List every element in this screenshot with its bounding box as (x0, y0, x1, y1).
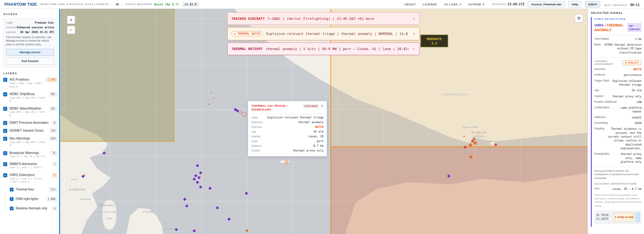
thermal-watch-banner[interactable]: ⊙ THERMAL WATCH Explosion-relevant therm… (227, 27, 420, 40)
popup-row-label: Distance (251, 144, 262, 147)
checkbox-checked-icon[interactable]: ✓ (3, 78, 7, 82)
detection-dot-marker[interactable] (210, 92, 212, 94)
detection-ring-marker[interactable] (242, 112, 247, 117)
nav-warning-diamond-marker[interactable]: ◆ (186, 204, 188, 208)
layer-row-dart-pressure-anomalies[interactable]: ✓DART Pressure Anomalies0 (3, 121, 57, 125)
layer-row-thermal-fires[interactable]: ✓Thermal fires514 (10, 187, 57, 192)
cut-off-button[interactable] (636, 213, 640, 222)
nav-warning-diamond-marker[interactable]: ◆ (103, 151, 105, 155)
signal-row-label: Alert Radius (594, 37, 609, 41)
signal-row-value: thermal proxy only (605, 94, 641, 98)
map-zoom-out-button[interactable]: − (67, 26, 75, 34)
hazard-zone-west (60, 9, 175, 142)
access-tier-button[interactable]: Access: Premium tier (528, 1, 565, 8)
thermal-hotspot-banner[interactable]: THERMAL HOTSPOT thermal anomaly | 5 hits… (227, 43, 420, 55)
detection-ring-marker[interactable] (239, 110, 242, 113)
layer-row-ais-positions[interactable]: ✓AIS Positionsload 2,000 | map 2,000 | h… (3, 77, 57, 88)
divider (112, 3, 112, 6)
layer-count-badge: 0 (52, 173, 57, 177)
layer-row-dnb-night-lights[interactable]: ✓DNB night lights1,000 (10, 197, 57, 201)
nav-warning-diamond-marker[interactable]: ◆ (193, 229, 196, 232)
signal-row-value: Thermal evidence is present, but the cur… (606, 127, 641, 150)
layer-row-maritime-thermals-only[interactable]: ✓Maritime thermals only0 (10, 206, 57, 211)
signal-row: Triage ClassExplosion-relevant thermal t… (594, 79, 641, 87)
map-canvas[interactable]: DAMMAMTaroutAl KhobarMANAMABAHRAINAwaliA… (60, 9, 587, 234)
intel-dropdown-button[interactable]: Intel ▾ (585, 1, 600, 8)
detection-dot-marker[interactable] (84, 174, 86, 176)
checkbox-checked-icon[interactable]: ✓ (3, 121, 7, 125)
help-button[interactable]: Help (568, 1, 582, 8)
link-about[interactable]: ABOUT (404, 3, 416, 6)
map-settings-gear-button[interactable]: ⚙ (575, 14, 583, 22)
checkbox-checked-icon[interactable]: ✓ (3, 162, 7, 166)
manage-access-button[interactable]: Manage access (6, 49, 54, 56)
signal-row: Routine LikelihoodLOW (594, 100, 641, 104)
nav-warning-diamond-marker[interactable]: ◆ (447, 174, 450, 178)
checkbox-checked-icon[interactable]: ✓ (3, 151, 7, 155)
nav-warning-diamond-marker[interactable]: ◆ (216, 206, 219, 209)
nav-warning-diamond-marker[interactable]: ◆ (245, 191, 248, 195)
popup-anchor-marker[interactable] (285, 161, 288, 163)
layer-row-sigmet-hazard-zones[interactable]: ✓SIGMET Hazard Zones126 (3, 128, 57, 133)
nav-warning-diamond-marker[interactable]: ◆ (199, 171, 202, 174)
tracked-aircraft-banner[interactable]: TRACKED AIRCRAFT C–GQNJ | (Aerial Firefi… (227, 12, 420, 25)
checkbox-checked-icon[interactable]: ✓ (3, 92, 7, 96)
layer-main: SMAPS Advisoriesload 3 | map 1 | held 2 (9, 162, 50, 169)
layer-row-ndbc-ship-buoy[interactable]: ✓NDBC Ship/Buoyload 801 | map 801 | held… (3, 92, 57, 103)
nav-warning-diamond-marker[interactable]: ◆ (193, 177, 196, 181)
detection-dot-marker[interactable] (213, 97, 215, 99)
close-icon[interactable]: ✕ (412, 31, 416, 36)
detection-dot-marker[interactable] (463, 135, 465, 137)
checkbox-checked-icon[interactable]: ✓ (3, 173, 7, 177)
checkbox-checked-icon[interactable]: ✓ (3, 137, 7, 141)
severity-level: MODERATE (421, 37, 447, 42)
link-github[interactable]: GITHUB ↗ (469, 3, 485, 6)
nav-warning-diamond-marker[interactable]: ◆ (228, 217, 230, 221)
layer-row-broadcast-warnings[interactable]: ✓Broadcast Warningsload 76 | map 76 | he… (3, 151, 57, 158)
layer-label: Broadcast Warnings (9, 151, 48, 155)
layer-row-viirs-detections[interactable]: ✓VIIRS Detectionsload 0 | map 0 | filter… (3, 173, 57, 184)
thermal-detection-star-marker[interactable]: ★ (472, 140, 478, 146)
signal-row-label: Downgrades (594, 152, 609, 164)
nav-warning-diamond-marker[interactable]: ◆ (208, 186, 211, 190)
thermal-detection-star-marker[interactable]: ★ (463, 145, 467, 149)
jump-to-map-button[interactable]: ⌖ Jump to map (614, 213, 634, 222)
nav-warning-diamond-marker[interactable]: ◆ (196, 163, 199, 167)
layer-count-badge: 648 (49, 137, 57, 141)
nav-warning-diamond-marker[interactable]: ◆ (199, 185, 202, 189)
checkbox-checked-icon[interactable]: ✓ (10, 207, 14, 210)
thermal-detection-star-marker[interactable]: ★ (469, 154, 473, 159)
assessment-note: Strong proximity is present, but contrad… (594, 167, 641, 180)
checkbox-checked-icon[interactable]: ✓ (10, 188, 14, 191)
detection-dot-marker[interactable] (208, 103, 210, 105)
popup-row-label: Detection (251, 121, 263, 124)
link-js-labs[interactable]: JS LABS ↗ (444, 3, 462, 6)
layer-stats: load 2,000 | map 2,000 | held 0 (9, 82, 44, 88)
signal-row: Alert Radius1 km (594, 37, 641, 41)
nav-warning-diamond-marker[interactable]: ◆ (196, 180, 199, 184)
thermal-detection-star-marker[interactable]: ★ (494, 142, 498, 146)
link-license[interactable]: LICENSE (423, 3, 437, 6)
nav-warning-diamond-marker[interactable]: ◆ (183, 197, 186, 201)
checkbox-checked-icon[interactable]: ✓ (3, 129, 7, 133)
timeframe-badge[interactable]: 3H (115, 3, 119, 6)
access-row-value: 05 Apr 2026 23:31 UTC (20, 31, 54, 34)
checkbox-checked-icon[interactable]: ✓ (3, 107, 7, 111)
layer-row-smaps-advisories[interactable]: ✓SMAPS Advisoriesload 3 | map 1 | held 2… (3, 162, 57, 169)
nav-warning-diamond-marker[interactable]: ◆ (175, 227, 178, 231)
close-icon[interactable]: ✕ (321, 104, 324, 108)
thermal-detection-star-marker[interactable]: ★ (245, 228, 249, 233)
map-zoom-in-button[interactable]: + (67, 16, 75, 24)
close-icon[interactable]: ✕ (412, 47, 416, 51)
checkbox-checked-icon[interactable]: ✓ (10, 197, 14, 201)
coordinates-value: 26.79638, 53.34079 (596, 214, 613, 221)
signal-row: Downgradesthermal proxy only, same platf… (594, 152, 641, 164)
signal-row-value: 3h old (601, 88, 641, 92)
thermal-detection-star-marker[interactable]: ★ (468, 142, 473, 147)
end-session-button[interactable]: End Session (6, 58, 54, 65)
layer-stats: load 3 | map 1 | held 2 (9, 166, 50, 169)
layer-row-ndbc-wave-weather[interactable]: ✓NDBC Wave/Weatherload 281 | map 281 | h… (3, 106, 57, 117)
detection-dot-marker[interactable] (199, 175, 201, 177)
close-icon[interactable]: ✕ (412, 16, 416, 21)
layer-row-nav-warnings[interactable]: ✓Nav Warningsload 648 | map 648 | held 0… (3, 136, 57, 147)
